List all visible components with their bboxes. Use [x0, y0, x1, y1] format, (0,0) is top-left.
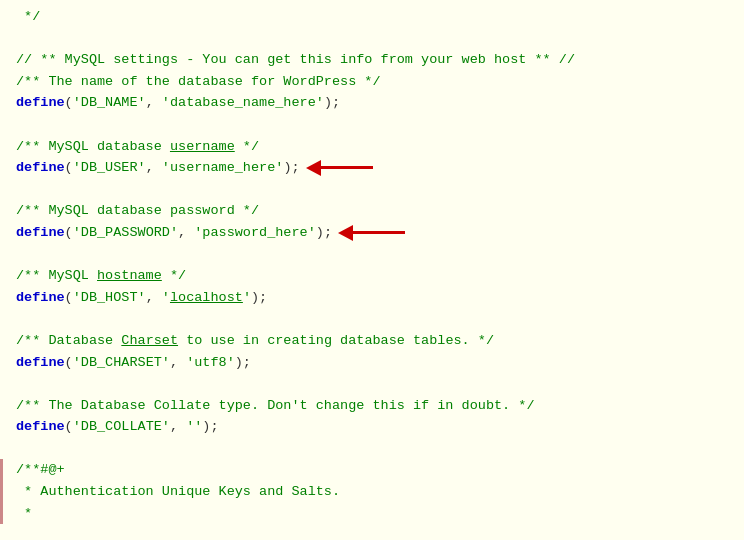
keyword-define: define: [16, 92, 65, 114]
comment-text: /** MySQL database username */: [16, 136, 259, 158]
arrow-shaft: [353, 231, 405, 234]
plain-text: (: [65, 352, 73, 374]
string-text: 'DB_COLLATE': [73, 416, 170, 438]
to-text: to: [186, 333, 202, 348]
plain-text: ,: [170, 352, 186, 374]
plain-text: );: [324, 92, 340, 114]
code-editor: */ // ** MySQL settings - You can get th…: [0, 0, 744, 540]
code-line-define-dbcharset: define('DB_CHARSET', 'utf8');: [0, 352, 744, 374]
comment-text: /** MySQL database password */: [16, 200, 259, 222]
arrow-indicator: [338, 225, 405, 241]
code-line-charset-comment: /** Database Charset to use in creating …: [0, 330, 744, 352]
plain-text: (: [65, 416, 73, 438]
code-line-empty: [0, 114, 744, 136]
keyword-define: define: [16, 416, 65, 438]
plain-text: ,: [170, 416, 186, 438]
string-text: 'DB_PASSWORD': [73, 222, 178, 244]
code-line: /** The name of the database for WordPre…: [0, 71, 744, 93]
code-line-empty: [0, 308, 744, 330]
string-text: 'database_name_here': [162, 92, 324, 114]
string-text: 'utf8': [186, 352, 235, 374]
plain-text: (: [65, 92, 73, 114]
string-text: 'DB_NAME': [73, 92, 146, 114]
string-text: 'localhost': [162, 287, 251, 309]
keyword-define: define: [16, 352, 65, 374]
code-line: */: [0, 6, 744, 28]
code-line-empty: [0, 179, 744, 201]
comment-text: /** The Database Collate type. Don't cha…: [16, 395, 534, 417]
code-line-define-dbname: define('DB_NAME', 'database_name_here');: [0, 92, 744, 114]
plain-text: ,: [146, 287, 162, 309]
arrow-shaft: [321, 166, 373, 169]
comment-text: *: [16, 503, 32, 525]
code-line-hostname-comment: /** MySQL hostname */: [0, 265, 744, 287]
keyword-define: define: [16, 222, 65, 244]
code-line-username-comment: /** MySQL database username */: [0, 136, 744, 158]
code-line-auth-header: /**#@+: [16, 459, 744, 481]
code-line-auth-star: *: [16, 503, 744, 525]
comment-text: /** MySQL hostname */: [16, 265, 186, 287]
plain-text: );: [316, 222, 332, 244]
code-line-empty: [0, 244, 744, 266]
string-text: 'DB_HOST': [73, 287, 146, 309]
code-line-empty: [0, 373, 744, 395]
underline-charset: Charset: [121, 333, 178, 348]
underline-hostname: hostname: [97, 268, 162, 283]
plain-text: );: [235, 352, 251, 374]
code-line-define-dbpassword: define('DB_PASSWORD', 'password_here');: [0, 222, 744, 244]
plain-text: ,: [146, 157, 162, 179]
string-text: 'username_here': [162, 157, 284, 179]
plain-text: (: [65, 287, 73, 309]
plain-text: ,: [146, 92, 162, 114]
plain-text: (: [65, 222, 73, 244]
code-line-empty: [0, 438, 744, 460]
arrow-indicator: [306, 160, 373, 176]
code-line-define-dbhost: define('DB_HOST', 'localhost');: [0, 287, 744, 309]
string-text: '': [186, 416, 202, 438]
comment-text: */: [16, 6, 40, 28]
plain-text: );: [251, 287, 267, 309]
arrow-head: [306, 160, 321, 176]
arrow-head: [338, 225, 353, 241]
keyword-define: define: [16, 157, 65, 179]
code-line-define-dbcollate: define('DB_COLLATE', '');: [0, 416, 744, 438]
plain-text: ,: [178, 222, 194, 244]
plain-text: (: [65, 157, 73, 179]
comment-text: * Authentication Unique Keys and Salts.: [16, 481, 340, 503]
string-text: 'DB_USER': [73, 157, 146, 179]
string-text: 'password_here': [194, 222, 316, 244]
code-line-define-dbuser: define('DB_USER', 'username_here');: [0, 157, 744, 179]
code-line: // ** MySQL settings - You can get this …: [0, 49, 744, 71]
code-line-empty: [0, 28, 744, 50]
plain-text: );: [202, 416, 218, 438]
plain-text: );: [283, 157, 299, 179]
comment-text: /**#@+: [16, 459, 65, 481]
keyword-define: define: [16, 287, 65, 309]
underline-username: username: [170, 139, 235, 154]
string-text: 'DB_CHARSET': [73, 352, 170, 374]
code-line-auth-comment: * Authentication Unique Keys and Salts.: [16, 481, 744, 503]
comment-text: /** Database Charset to use in creating …: [16, 330, 494, 352]
comment-text: // ** MySQL settings - You can get this …: [16, 49, 575, 71]
code-line-collate-comment: /** The Database Collate type. Don't cha…: [0, 395, 744, 417]
code-line-password-comment: /** MySQL database password */: [0, 200, 744, 222]
comment-text: /** The name of the database for WordPre…: [16, 71, 381, 93]
